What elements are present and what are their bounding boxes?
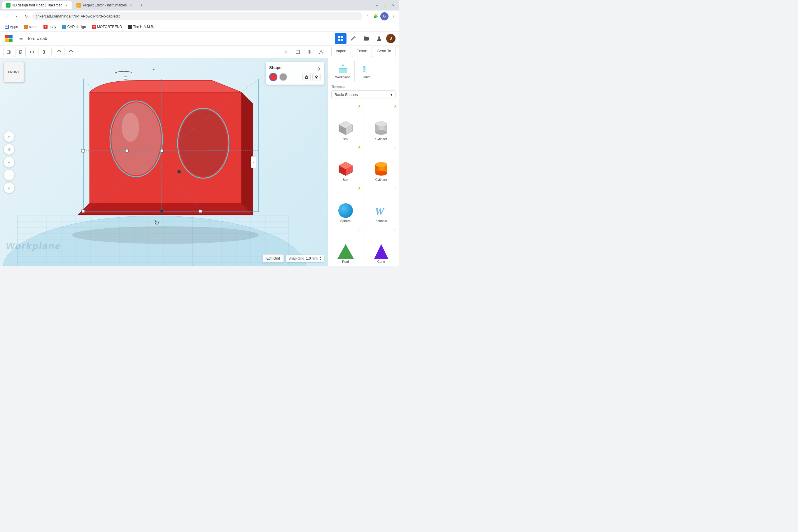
orientation-btn[interactable]: ◎ bbox=[3, 182, 15, 193]
shape-item-box-gray[interactable]: ★ Box bbox=[328, 102, 363, 143]
svg-marker-76 bbox=[153, 69, 155, 70]
star-icon-scribble[interactable]: ☆ bbox=[394, 186, 397, 190]
mirror-button[interactable] bbox=[27, 47, 37, 57]
bookmark-hamb[interactable]: J The H.A.M.B. bbox=[126, 24, 156, 30]
workplane-tool-label: Workplane bbox=[335, 75, 350, 79]
tab-instructables[interactable]: I Project Editor - Instructables ✕ bbox=[73, 1, 137, 10]
cylinder-gray-preview bbox=[374, 119, 388, 136]
star-icon-box-gray[interactable]: ★ bbox=[358, 104, 361, 109]
light-bulb-btn[interactable] bbox=[312, 73, 321, 81]
bookmark-apps[interactable]: Apps bbox=[2, 24, 20, 30]
back-button[interactable]: ‹ bbox=[2, 12, 11, 20]
zoom-out-btn[interactable]: − bbox=[3, 169, 15, 180]
bookmark-motortrend[interactable]: MT MOTORTREND bbox=[90, 24, 125, 30]
home-view-btn[interactable]: ⌂ bbox=[3, 131, 15, 142]
shape-item-roof[interactable]: ☆ Roof bbox=[328, 225, 363, 266]
scribble-preview: W bbox=[373, 203, 389, 218]
edit-grid-button[interactable]: Edit Grid bbox=[263, 254, 284, 263]
box-gray-preview bbox=[338, 120, 354, 136]
snap-grid-label: Snap Grid bbox=[288, 256, 304, 261]
tc-pickaxe-btn[interactable] bbox=[348, 33, 359, 44]
address-bar: ‹ › ↻ ☆ 🧩 G ⋮ bbox=[0, 11, 399, 22]
extensions-icon[interactable]: 🧩 bbox=[372, 13, 379, 20]
close-button[interactable]: ✕ bbox=[390, 2, 397, 9]
bookmark-cad[interactable]: CAD design bbox=[60, 24, 88, 30]
delete-button[interactable] bbox=[38, 47, 49, 57]
camera-btn[interactable] bbox=[304, 47, 315, 57]
tc-menu-icon[interactable]: ☰ bbox=[16, 34, 26, 43]
star-icon-sphere-blue[interactable]: ★ bbox=[358, 186, 361, 190]
address-input[interactable] bbox=[32, 12, 362, 20]
star-icon-box-red[interactable]: ★ bbox=[358, 145, 361, 150]
light-icon-btn[interactable] bbox=[281, 47, 291, 57]
lock-icon-btn[interactable] bbox=[302, 73, 311, 81]
profile-icon[interactable]: G bbox=[380, 12, 388, 20]
forward-button[interactable]: › bbox=[12, 12, 20, 20]
shape-item-cone[interactable]: ☆ Cone bbox=[363, 225, 399, 266]
shape-properties-panel: Shape bbox=[266, 62, 324, 84]
svg-point-97 bbox=[375, 130, 387, 135]
star-icon-cylinder-orange[interactable]: ☆ bbox=[394, 145, 397, 150]
color-swatch-red[interactable] bbox=[269, 73, 278, 81]
refresh-button[interactable]: ↻ bbox=[22, 12, 30, 20]
mirror-view-btn[interactable] bbox=[316, 47, 326, 57]
svg-rect-8 bbox=[20, 51, 22, 53]
copy-button[interactable] bbox=[3, 47, 14, 57]
collapse-right-panel-btn[interactable]: › bbox=[251, 156, 256, 168]
tab-close-instructables[interactable]: ✕ bbox=[129, 3, 133, 7]
canvas-area[interactable]: ↻ bbox=[0, 58, 327, 266]
svg-rect-66 bbox=[82, 149, 84, 152]
shape-panel-title: Shape bbox=[269, 65, 282, 70]
import-button[interactable]: Import bbox=[331, 47, 351, 57]
maximize-button[interactable]: ☐ bbox=[381, 2, 388, 9]
send-to-button[interactable]: Send To bbox=[373, 47, 396, 57]
shape-item-box-red[interactable]: ★ Box bbox=[328, 143, 363, 184]
bookmark-apps-label: Apps bbox=[10, 25, 18, 29]
star-icon-roof[interactable]: ☆ bbox=[358, 227, 361, 232]
svg-point-78 bbox=[316, 76, 317, 78]
expand-icon[interactable] bbox=[317, 67, 321, 71]
shape-item-cylinder-orange[interactable]: ☆ Cylinder bbox=[363, 143, 399, 184]
shape-item-sphere-blue[interactable]: ★ Sphere bbox=[328, 184, 363, 225]
shape-item-cylinder-gray[interactable]: ★ Cylinder bbox=[363, 102, 399, 143]
svg-marker-52 bbox=[241, 92, 253, 215]
ruler-tool-btn[interactable]: Ruler bbox=[355, 61, 378, 81]
workplane-icon bbox=[338, 63, 348, 74]
apps-favicon bbox=[5, 25, 9, 29]
zoom-in-btn[interactable]: + bbox=[3, 157, 15, 168]
tab-title-instructables: Project Editor - Instructables bbox=[83, 3, 127, 7]
new-tab-button[interactable]: + bbox=[137, 1, 146, 10]
export-button[interactable]: Export bbox=[352, 47, 372, 57]
tc-grid-view-btn[interactable] bbox=[335, 33, 346, 44]
bookmark-seton[interactable]: seton bbox=[21, 24, 40, 30]
tc-user-avatar[interactable]: U bbox=[386, 34, 396, 43]
tc-user-btn[interactable] bbox=[373, 33, 385, 44]
undo-button[interactable] bbox=[54, 47, 64, 57]
tinkercad-logo[interactable] bbox=[3, 35, 14, 42]
duplicate-button[interactable] bbox=[15, 47, 26, 57]
view-cube[interactable]: FRONT bbox=[3, 62, 27, 85]
shapes-view-btn[interactable] bbox=[292, 47, 303, 57]
cad-favicon bbox=[62, 25, 66, 29]
shape-label-cylinder-orange: Cylinder bbox=[375, 178, 387, 182]
tab-tinkercad[interactable]: T 3D design ford c cab | Tinkercad ✕ bbox=[2, 1, 72, 10]
svg-rect-71 bbox=[82, 210, 84, 213]
shape-item-scribble[interactable]: ☆ W Scribble bbox=[363, 184, 399, 225]
workplane-tool-btn[interactable]: Workplane bbox=[331, 61, 355, 81]
star-icon-cone[interactable]: ☆ bbox=[394, 227, 397, 232]
box-red-preview bbox=[338, 161, 354, 177]
star-icon-cylinder-gray[interactable]: ★ bbox=[394, 104, 397, 109]
fit-view-btn[interactable]: ⊙ bbox=[3, 144, 15, 155]
redo-button[interactable] bbox=[65, 47, 76, 57]
tab-close-tinkercad[interactable]: ✕ bbox=[64, 3, 69, 7]
minimize-button[interactable]: ─ bbox=[373, 2, 380, 9]
shapes-category-dropdown[interactable]: Basic Shapes ▾ bbox=[331, 90, 396, 99]
color-swatch-gray[interactable] bbox=[279, 73, 287, 81]
bookmark-ebay[interactable]: e ebay bbox=[41, 24, 59, 30]
snap-down-arrow[interactable]: ▼ bbox=[319, 259, 322, 261]
tc-folder-btn[interactable] bbox=[361, 33, 372, 44]
snap-up-arrow[interactable]: ▲ bbox=[319, 256, 322, 259]
menu-icon[interactable]: ⋮ bbox=[390, 13, 397, 20]
bookmark-seton-label: seton bbox=[29, 25, 37, 29]
bookmark-star-icon[interactable]: ☆ bbox=[364, 13, 371, 20]
